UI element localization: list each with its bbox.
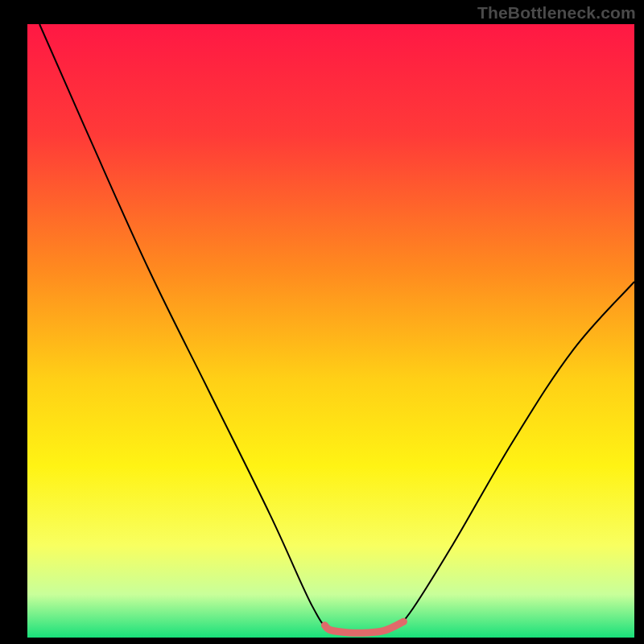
bottleneck-chart bbox=[0, 0, 644, 644]
watermark-text: TheBottleneck.com bbox=[477, 3, 636, 23]
gradient-background bbox=[27, 24, 634, 638]
chart-frame: TheBottleneck.com bbox=[0, 0, 644, 644]
